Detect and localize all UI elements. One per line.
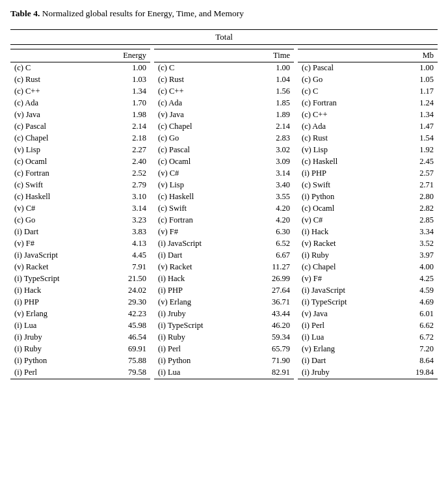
table-row: (i) Lua6.72 xyxy=(298,332,438,344)
sub-table-time: Time(c) C1.00(c) Rust1.04(c) C++1.56(c) … xyxy=(154,49,294,379)
val-cell: 6.67 xyxy=(248,250,294,262)
val-cell: 3.23 xyxy=(98,215,150,226)
table-row: (c) Haskell2.45 xyxy=(298,156,438,168)
val-cell: 4.13 xyxy=(98,238,150,250)
val-cell: 2.45 xyxy=(391,156,438,168)
table-row: (i) JavaScript4.45 xyxy=(10,250,150,262)
lang-cell: (c) Ocaml xyxy=(298,203,391,215)
lang-cell: (c) Fortran xyxy=(298,98,391,109)
val-cell: 2.85 xyxy=(391,215,438,226)
lang-cell: (c) Ocaml xyxy=(154,156,248,168)
val-cell: 4.59 xyxy=(391,285,438,297)
table-row: (i) Lua45.98 xyxy=(10,320,150,332)
lang-cell: (c) Chapel xyxy=(10,133,98,144)
val-cell: 6.01 xyxy=(391,308,438,320)
table-row: (i) Lua82.91 xyxy=(154,367,294,379)
table-row: (c) Fortran2.52 xyxy=(10,168,150,180)
val-cell: 43.44 xyxy=(248,308,294,320)
table-row: (v) Erlang42.23 xyxy=(10,308,150,320)
sub-table-memory: Mb(c) Pascal1.00(c) Go1.05(c) C1.17(c) F… xyxy=(298,49,438,379)
lang-cell: (v) Erlang xyxy=(10,308,98,320)
table-row: (i) PHP2.57 xyxy=(298,168,438,180)
val-cell: 8.64 xyxy=(391,355,438,367)
val-cell: 3.34 xyxy=(391,226,438,238)
val-cell: 1.17 xyxy=(391,86,438,98)
header-val-memory: Mb xyxy=(391,49,438,62)
table-row: (c) Ocaml2.40 xyxy=(10,156,150,168)
val-cell: 42.23 xyxy=(98,308,150,320)
lang-cell: (i) Python xyxy=(10,355,98,367)
table-row: (c) Pascal1.00 xyxy=(298,62,438,74)
table-row: (c) Haskell3.10 xyxy=(10,191,150,203)
lang-cell: (i) Jruby xyxy=(298,367,391,379)
val-cell: 27.64 xyxy=(248,285,294,297)
val-cell: 7.20 xyxy=(391,344,438,355)
header-lang-time xyxy=(154,49,248,62)
val-cell: 1.03 xyxy=(98,74,150,86)
table-row: (c) Rust1.04 xyxy=(154,74,294,86)
val-cell: 1.34 xyxy=(98,86,150,98)
lang-cell: (i) PHP xyxy=(10,297,98,308)
val-cell: 4.25 xyxy=(391,273,438,285)
table-row: (v) F#4.13 xyxy=(10,238,150,250)
table-row: (i) Jruby43.44 xyxy=(154,308,294,320)
lang-cell: (v) Java xyxy=(298,308,391,320)
header-val-time: Time xyxy=(248,49,294,62)
lang-cell: (i) JavaScript xyxy=(298,285,391,297)
lang-cell: (c) Rust xyxy=(298,133,391,144)
val-cell: 1.00 xyxy=(98,62,150,74)
val-cell: 2.27 xyxy=(98,144,150,156)
lang-cell: (i) Dart xyxy=(298,355,391,367)
val-cell: 11.27 xyxy=(248,262,294,273)
table-row: (i) Ruby3.97 xyxy=(298,250,438,262)
table-row: (i) Perl6.62 xyxy=(298,320,438,332)
table-row: (v) Erlang7.20 xyxy=(298,344,438,355)
val-cell: 2.14 xyxy=(98,121,150,133)
val-cell: 1.04 xyxy=(248,74,294,86)
lang-cell: (i) Lua xyxy=(10,320,98,332)
lang-cell: (c) Fortran xyxy=(10,168,98,180)
val-cell: 7.91 xyxy=(98,262,150,273)
val-cell: 1.24 xyxy=(391,98,438,109)
table-row: (i) PHP29.30 xyxy=(10,297,150,308)
table-row: (v) Racket11.27 xyxy=(154,262,294,273)
val-cell: 4.00 xyxy=(391,262,438,273)
table-row: (c) Swift2.71 xyxy=(298,180,438,191)
lang-cell: (i) Ruby xyxy=(154,332,248,344)
val-cell: 3.14 xyxy=(98,203,150,215)
header-val-energy: Energy xyxy=(98,49,150,62)
lang-cell: (c) Pascal xyxy=(10,121,98,133)
lang-cell: (v) C# xyxy=(154,168,248,180)
lang-cell: (v) Java xyxy=(154,109,248,121)
table-row: (i) Hack3.34 xyxy=(298,226,438,238)
val-cell: 1.34 xyxy=(391,109,438,121)
lang-cell: (v) F# xyxy=(298,273,391,285)
table-row: (v) Java6.01 xyxy=(298,308,438,320)
val-cell: 1.85 xyxy=(248,98,294,109)
lang-cell: (c) C++ xyxy=(154,86,248,98)
lang-cell: (c) Pascal xyxy=(298,62,391,74)
val-cell: 2.82 xyxy=(391,203,438,215)
lang-cell: (c) Rust xyxy=(10,74,98,86)
val-cell: 3.83 xyxy=(98,226,150,238)
lang-cell: (i) Hack xyxy=(10,285,98,297)
lang-cell: (i) PHP xyxy=(154,285,248,297)
table-row: (v) Java1.98 xyxy=(10,109,150,121)
table-row: (v) F#4.25 xyxy=(298,273,438,285)
lang-cell: (i) Lua xyxy=(298,332,391,344)
table-row: (c) C1.00 xyxy=(154,62,294,74)
table-row: (c) Rust1.03 xyxy=(10,74,150,86)
table-row: (i) Ruby59.34 xyxy=(154,332,294,344)
lang-cell: (i) TypeScript xyxy=(298,297,391,308)
val-cell: 46.54 xyxy=(98,332,150,344)
val-cell: 2.52 xyxy=(98,168,150,180)
table-row: (i) Jruby19.84 xyxy=(298,367,438,379)
table-row: (c) Ada1.70 xyxy=(10,98,150,109)
caption-rest: Normalized global results for Energy, Ti… xyxy=(40,8,244,18)
val-cell: 65.79 xyxy=(248,344,294,355)
table-row: (c) Fortran4.20 xyxy=(154,215,294,226)
val-cell: 4.20 xyxy=(248,215,294,226)
table-row: (i) Dart3.83 xyxy=(10,226,150,238)
lang-cell: (i) Dart xyxy=(10,226,98,238)
lang-cell: (c) Haskell xyxy=(10,191,98,203)
